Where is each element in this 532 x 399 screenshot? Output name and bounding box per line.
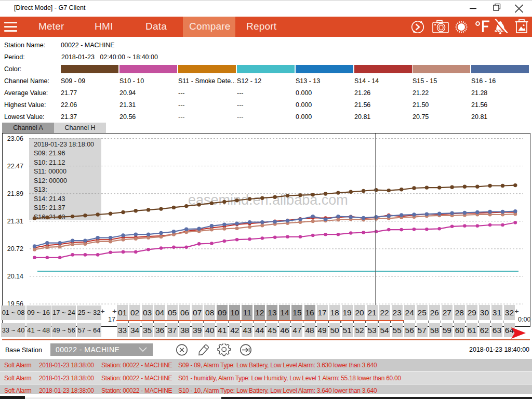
svg-text:20.14: 20.14	[7, 273, 23, 280]
svg-text:21.31: 21.31	[7, 218, 23, 225]
svg-text:21.89: 21.89	[7, 190, 23, 197]
svg-text:S12: 00000: S12: 00000	[34, 177, 67, 184]
svg-text:20.72: 20.72	[7, 245, 23, 252]
svg-text:S11: 00000: S11: 00000	[34, 168, 66, 175]
svg-text:23.06: 23.06	[7, 135, 23, 142]
svg-text:22.47: 22.47	[7, 163, 23, 170]
svg-text:S14: 21.43: S14: 21.43	[34, 195, 65, 203]
svg-text:S10: 21.12: S10: 21.12	[34, 159, 65, 166]
svg-text:S13:: S13:	[34, 186, 47, 193]
svg-text:S15: 21.37: S15: 21.37	[34, 204, 65, 211]
svg-text:2018-01-23 18:18:00: 2018-01-23 18:18:00	[34, 141, 94, 148]
svg-text:S09: 21.96: S09: 21.96	[34, 150, 65, 157]
